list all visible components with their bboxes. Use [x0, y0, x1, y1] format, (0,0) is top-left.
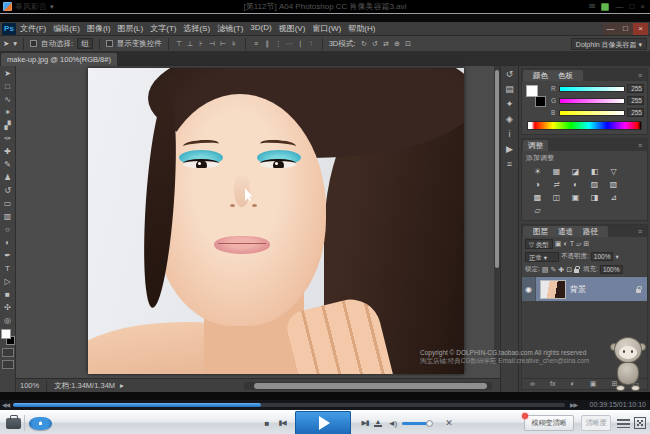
adjustment-icon[interactable]: ◨ [585, 191, 604, 204]
menu-item[interactable]: 文件(F) [20, 23, 46, 34]
screen-mode-button[interactable] [2, 360, 14, 369]
tool-preset-caret-icon[interactable]: ▾ [13, 39, 17, 48]
volume-knob[interactable] [426, 420, 433, 427]
eraser-tool[interactable]: ▭ [1, 197, 15, 210]
panel-menu-icon[interactable]: ≡ [633, 140, 647, 151]
type-tool[interactable]: T [1, 262, 15, 275]
distribute-icon[interactable]: ⋮ [274, 40, 283, 48]
zoom-level[interactable]: 100% [20, 381, 39, 390]
layer-name[interactable]: 背景 [570, 284, 636, 295]
adjustment-icon[interactable]: ≓ [547, 178, 566, 191]
document-tab[interactable]: make-up.jpg @ 100%(RGB/8#) [1, 53, 117, 66]
adjustment-icon[interactable]: ▦ [547, 165, 566, 178]
layers-panel-bottom-icon[interactable]: ∞ [530, 380, 535, 388]
layer-thumbnail[interactable] [540, 280, 566, 299]
blend-mode-dropdown[interactable]: 正常 ▾ [525, 252, 559, 262]
dodge-tool[interactable]: ◐ [1, 236, 15, 249]
align-icon[interactable]: ⊦ [197, 40, 206, 48]
panel-tab[interactable]: 色板 [553, 70, 578, 81]
channel-value[interactable]: 255 [627, 108, 644, 117]
threed-mode-icon[interactable]: ⊕ [392, 40, 401, 48]
quality-button[interactable]: 清晰度 [581, 415, 611, 431]
menu-item[interactable]: 选择(S) [183, 23, 210, 34]
layer-filter-icon[interactable]: T [570, 240, 574, 248]
menu-item[interactable]: 帮助(H) [348, 23, 375, 34]
auto-select-dropdown[interactable]: 组 [77, 38, 93, 49]
blur-tool[interactable]: ○ [1, 223, 15, 236]
navigator-panel-icon[interactable]: ◈ [506, 114, 513, 124]
menu-item[interactable]: 窗口(W) [312, 23, 341, 34]
marquee-tool[interactable]: □ [1, 80, 15, 93]
panel-tab[interactable]: 颜色 [528, 70, 553, 81]
layer-filter-icon[interactable]: ◐ [563, 240, 567, 248]
layer-filter-icon[interactable]: ⊞ [583, 240, 589, 248]
layers-panel-bottom-icon[interactable]: ◐ [571, 380, 575, 388]
gradient-tool[interactable]: ▥ [1, 210, 15, 223]
adjustment-icon[interactable]: ◑ [528, 178, 547, 191]
canvas-area[interactable]: 100% 文档:1.34M/1.34M ▸ [16, 66, 500, 392]
quick-select-tool[interactable]: ✶ [1, 106, 15, 119]
distribute-icon[interactable]: ∥ [263, 40, 272, 48]
eyedropper-tool[interactable]: ✑ [1, 132, 15, 145]
volume-icon[interactable]: ◄) [385, 411, 399, 434]
distribute-icon[interactable]: ⋯ [285, 40, 294, 48]
seek-bar[interactable] [13, 403, 565, 407]
shape-tool[interactable]: ■ [1, 288, 15, 301]
left-eye-feature-icon[interactable] [29, 417, 52, 430]
layer-visibility-eye-icon[interactable]: ◉ [522, 277, 536, 301]
color-swatches[interactable] [1, 329, 15, 345]
fullscreen-button[interactable]: ✕ [441, 411, 457, 434]
clone-stamp-tool[interactable]: ♟ [1, 171, 15, 184]
properties-panel-icon[interactable]: ▤ [505, 84, 514, 94]
actions-panel-icon[interactable]: ▶ [506, 144, 513, 154]
align-icon[interactable]: ⊢ [219, 40, 228, 48]
adjustments-tab[interactable]: 调整 [523, 140, 548, 151]
menu-item[interactable]: 编辑(E) [53, 23, 80, 34]
volume-slider[interactable] [402, 422, 430, 425]
channel-value[interactable]: 255 [627, 84, 644, 93]
history-panel-icon[interactable]: ↺ [506, 69, 514, 79]
adjustment-icon[interactable]: ▽ [604, 165, 623, 178]
panel-tab[interactable]: 通道 [553, 226, 578, 237]
workspace-dropdown[interactable]: Dolphin 肖像美容篇 ▾ [571, 38, 647, 50]
previous-button[interactable]: ▮◀ [274, 411, 290, 434]
playlist-icon[interactable] [617, 419, 630, 428]
adjustment-icon[interactable]: ☀ [528, 165, 547, 178]
threed-mode-icon[interactable]: ↺ [370, 40, 379, 48]
lock-icon[interactable]: ▨ [542, 266, 549, 274]
toolbox-icon[interactable] [6, 418, 21, 429]
photo-makeup-portrait[interactable] [88, 68, 464, 374]
adjustment-icon[interactable]: ▧ [604, 178, 623, 191]
forward-icon[interactable]: ▶▶ [570, 401, 577, 408]
crop-tool[interactable]: ▞ [1, 119, 15, 132]
lasso-tool[interactable]: ∿ [1, 93, 15, 106]
opacity-caret-icon[interactable]: ▾ [615, 253, 618, 261]
adjustment-icon[interactable]: ▣ [566, 191, 585, 204]
layer-filter-icon[interactable]: ▱ [576, 240, 581, 248]
layers-panel-bottom-icon[interactable]: fx [550, 380, 555, 388]
lock-icon[interactable]: ✎ [550, 266, 556, 274]
menu-item[interactable]: 图层(L) [117, 23, 143, 34]
path-select-tool[interactable]: ▷ [1, 275, 15, 288]
menu-item[interactable]: 图像(I) [87, 23, 111, 34]
adjustment-icon[interactable]: ⊿ [604, 191, 623, 204]
adjustment-icon[interactable]: ◪ [566, 165, 585, 178]
layer-row-background[interactable]: ◉ 背景 [522, 277, 647, 301]
distribute-icon[interactable]: ≡ [252, 40, 261, 48]
panel-tab[interactable]: 图层 [528, 226, 553, 237]
styles-panel-icon[interactable]: ✦ [506, 99, 514, 109]
minimize-button[interactable]: — [615, 3, 623, 11]
align-icon[interactable]: ⊣ [208, 40, 217, 48]
align-icon[interactable]: ⊧ [230, 40, 239, 48]
adjustment-icon[interactable]: ◧ [585, 165, 604, 178]
color-spectrum-ramp[interactable] [527, 121, 642, 130]
close-button[interactable]: × [640, 3, 645, 11]
brush-tool[interactable]: ✎ [1, 158, 15, 171]
fill-value[interactable]: 100% [600, 265, 623, 274]
ps-minimize-button[interactable]: — [603, 23, 618, 35]
pen-tool[interactable]: ✒ [1, 249, 15, 262]
panel-tab[interactable]: 路径 [578, 226, 603, 237]
panel-menu-icon[interactable]: ≡ [633, 70, 647, 81]
horizontal-scrollbar[interactable] [244, 382, 492, 390]
ps-maximize-button[interactable]: □ [618, 23, 633, 35]
